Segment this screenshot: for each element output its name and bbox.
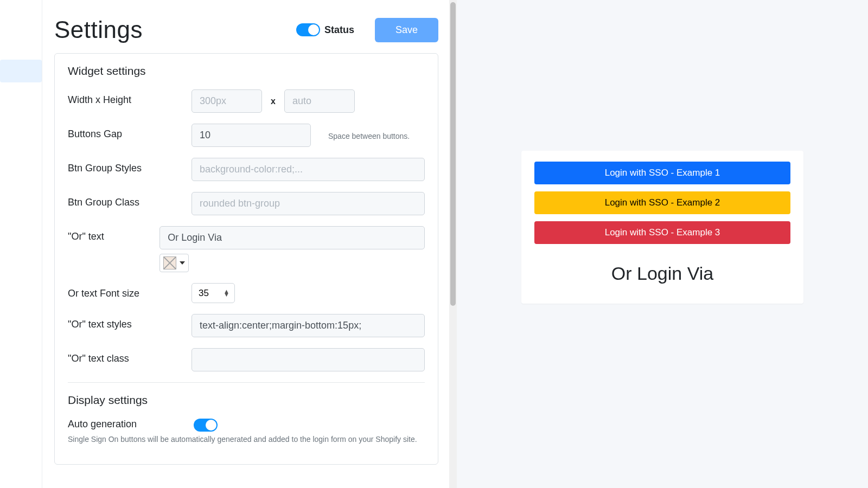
or-styles-input[interactable] bbox=[192, 314, 425, 337]
settings-card: Widget settings Width x Height x Buttons… bbox=[54, 53, 438, 465]
auto-generation-toggle[interactable] bbox=[194, 419, 218, 432]
sso-button-3[interactable]: Login with SSO - Example 3 bbox=[534, 221, 790, 244]
widget-settings-title: Widget settings bbox=[68, 65, 425, 78]
settings-panel: Settings Status Save Widget settings Wid… bbox=[42, 0, 449, 488]
scrollbar-thumb[interactable] bbox=[450, 2, 456, 306]
row-or-font-size: Or text Font size 35 ▲▼ bbox=[68, 283, 425, 303]
page-title: Settings bbox=[54, 16, 296, 43]
scrollbar[interactable] bbox=[449, 0, 457, 488]
app-root: Settings Status Save Widget settings Wid… bbox=[0, 0, 868, 488]
preview-or-text: Or Login Via bbox=[534, 263, 790, 284]
sso-button-1[interactable]: Login with SSO - Example 1 bbox=[534, 162, 790, 184]
label-buttons-gap: Buttons Gap bbox=[68, 124, 192, 140]
buttons-gap-input[interactable] bbox=[192, 124, 311, 147]
label-or-font-size: Or text Font size bbox=[68, 283, 192, 299]
row-dimensions: Width x Height x bbox=[68, 89, 425, 113]
settings-header: Settings Status Save bbox=[54, 16, 449, 43]
height-input[interactable] bbox=[284, 89, 355, 113]
sidebar-active-item[interactable] bbox=[0, 60, 42, 82]
dimension-separator: x bbox=[267, 97, 279, 106]
display-settings-title: Display settings bbox=[68, 394, 425, 407]
label-or-styles: "Or" text styles bbox=[68, 314, 192, 330]
row-group-class: Btn Group Class bbox=[68, 192, 425, 215]
group-class-input[interactable] bbox=[192, 192, 425, 215]
save-button[interactable]: Save bbox=[375, 18, 438, 42]
label-auto-generation: Auto generation bbox=[68, 419, 192, 430]
status-toggle[interactable] bbox=[296, 23, 320, 36]
chevron-down-icon bbox=[180, 261, 185, 265]
row-or-class: "Or" text class bbox=[68, 348, 425, 371]
group-styles-input[interactable] bbox=[192, 158, 425, 181]
label-group-styles: Btn Group Styles bbox=[68, 158, 192, 174]
section-divider bbox=[68, 382, 425, 383]
or-font-size-select[interactable]: 35 bbox=[192, 283, 235, 303]
preview-panel: Login with SSO - Example 1 Login with SS… bbox=[457, 0, 868, 488]
label-or-class: "Or" text class bbox=[68, 348, 192, 364]
row-or-styles: "Or" text styles bbox=[68, 314, 425, 337]
preview-widget: Login with SSO - Example 1 Login with SS… bbox=[521, 151, 803, 304]
row-or-text: "Or" text bbox=[68, 226, 425, 272]
or-text-image-picker[interactable] bbox=[159, 254, 189, 272]
buttons-gap-helper: Space between buttons. bbox=[328, 131, 410, 140]
toggle-knob-icon bbox=[308, 24, 319, 35]
label-dimensions: Width x Height bbox=[68, 89, 192, 106]
row-group-styles: Btn Group Styles bbox=[68, 158, 425, 181]
label-group-class: Btn Group Class bbox=[68, 192, 192, 208]
sso-button-2[interactable]: Login with SSO - Example 2 bbox=[534, 191, 790, 214]
placeholder-image-icon bbox=[163, 256, 176, 269]
label-or-text: "Or" text bbox=[68, 226, 159, 242]
status-toggle-group: Status bbox=[296, 23, 354, 36]
auto-generation-desc: Single Sign On buttons will be automatic… bbox=[68, 435, 425, 444]
status-label: Status bbox=[324, 24, 354, 36]
or-text-input[interactable] bbox=[159, 226, 425, 249]
toggle-knob-icon bbox=[206, 420, 216, 431]
row-buttons-gap: Buttons Gap Space between buttons. bbox=[68, 124, 425, 147]
sidebar bbox=[0, 0, 42, 488]
width-input[interactable] bbox=[192, 89, 262, 113]
or-class-input[interactable] bbox=[192, 348, 425, 371]
row-auto-generation: Auto generation Single Sign On buttons w… bbox=[68, 419, 425, 444]
